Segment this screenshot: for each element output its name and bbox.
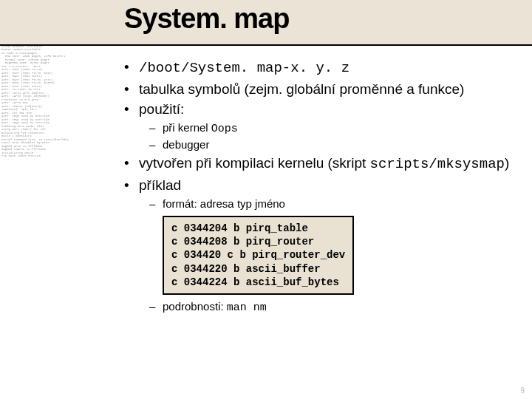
sub-5-1-text: formát: adresa typ jméno — [163, 197, 285, 210]
sub-list-5: formát: adresa typ jméno — [139, 197, 516, 211]
sub-item-3-1: při kernel Oops — [139, 120, 516, 137]
bullet-1-code: /boot/System. map-x. y. z — [139, 60, 349, 76]
sub-5-2-pre: podrobnosti: — [163, 300, 227, 313]
bullet-4-code: scripts/mksysmap — [370, 156, 505, 172]
header-bar: System. map — [0, 0, 532, 46]
slide-content: /boot/System. map-x. y. z tabulka symbol… — [124, 58, 516, 317]
sub-list-3: při kernel Oops debugger — [139, 120, 516, 153]
page-number: 9 — [520, 386, 525, 395]
sub-item-3-2: debugger — [139, 137, 516, 152]
sub-item-5-2: podrobnosti: man nm — [139, 299, 516, 316]
bullet-item-3: použití: při kernel Oops debugger — [124, 100, 516, 152]
bullet-2-text: tabulka symbolů (zejm. globální proměnné… — [139, 81, 464, 97]
bullet-item-5: příklad formát: adresa typ jméno c 03442… — [124, 176, 516, 316]
bullet-4-post: ) — [505, 155, 509, 171]
sub-item-5-1: formát: adresa typ jméno — [139, 197, 516, 211]
slide-title: System. map — [124, 3, 289, 35]
bullet-5-text: příklad — [139, 177, 181, 193]
bullet-4-pre: vytvořen při kompilaci kernelu (skript — [139, 155, 370, 171]
sub-3-2-text: debugger — [163, 138, 209, 151]
bullet-3-text: použití: — [139, 101, 184, 117]
code-example-box: c 0344204 b pirq_table c 0344208 b pirq_… — [163, 216, 354, 295]
bullet-item-1: /boot/System. map-x. y. z — [124, 58, 516, 78]
bullet-item-4: vytvořen při kompilaci kernelu (skript s… — [124, 154, 516, 174]
sub-3-1-code: Oops — [211, 123, 238, 135]
bullet-item-2: tabulka symbolů (zejm. globální proměnné… — [124, 80, 516, 99]
bullet-list: /boot/System. map-x. y. z tabulka symbol… — [124, 58, 516, 316]
sub-3-1-pre: při kernel — [163, 121, 211, 134]
sub-5-2-code: man nm — [227, 301, 267, 314]
sub-list-5b: podrobnosti: man nm — [139, 299, 516, 316]
